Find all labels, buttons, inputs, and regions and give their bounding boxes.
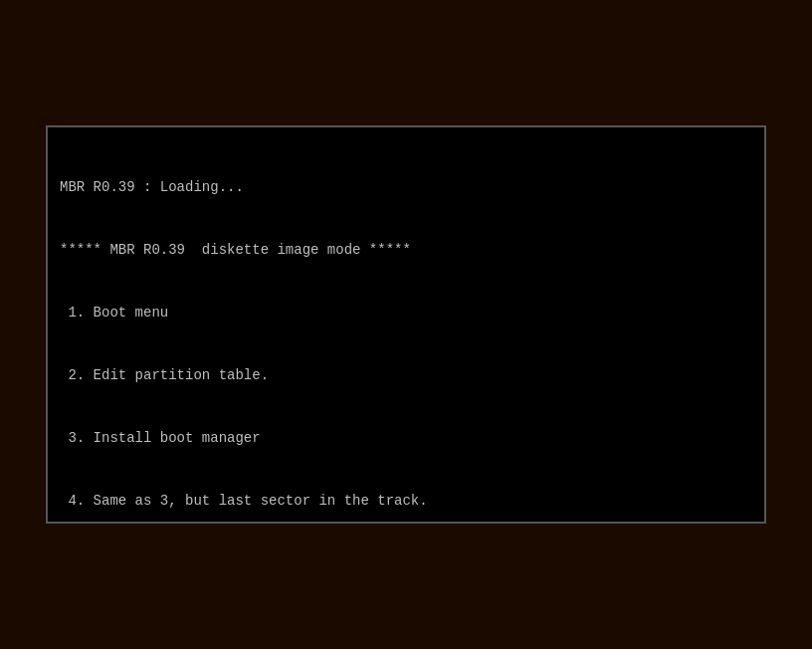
terminal-line-2: ***** MBR R0.39 diskette image mode ****…: [60, 240, 752, 261]
terminal-line-6: 4. Same as 3, but last sector in the tra…: [60, 491, 752, 512]
terminal-line-1: MBR R0.39 : Loading...: [60, 177, 752, 198]
terminal-line-4: 2. Edit partition table.: [60, 365, 752, 386]
terminal-output: MBR R0.39 : Loading... ***** MBR R0.39 d…: [60, 135, 752, 524]
terminal-line-5: 3. Install boot manager: [60, 428, 752, 449]
terminal-line-3: 1. Boot menu: [60, 303, 752, 324]
terminal-window: MBR R0.39 : Loading... ***** MBR R0.39 d…: [46, 125, 766, 524]
